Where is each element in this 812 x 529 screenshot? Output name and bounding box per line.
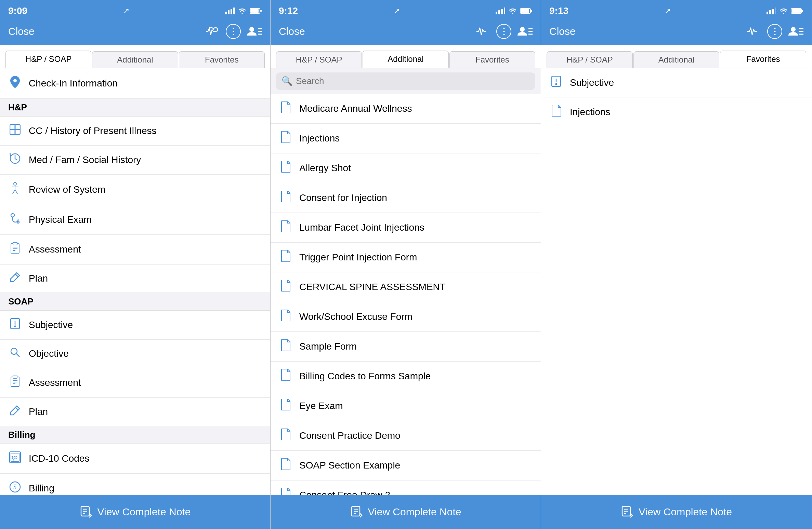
view-complete-note-label-3: View Complete Note [639, 506, 732, 518]
list-item-plan-hp[interactable]: Plan [0, 264, 270, 293]
more-options-button-2[interactable]: ⋮ [496, 24, 511, 39]
assessment-hp-label: Assessment [29, 244, 81, 255]
plan-hp-label: Plan [29, 273, 48, 284]
doc-icon-consent-demo [279, 429, 292, 443]
list-item-med-fam[interactable]: Med / Fam / Social History [0, 146, 270, 175]
list-item-lumbar[interactable]: Lumbar Facet Joint Injections [271, 213, 541, 243]
list-item-assessment-hp[interactable]: Assessment [0, 235, 270, 264]
clock-icon [8, 153, 22, 167]
content-area-3: Subjective Injections [541, 68, 812, 495]
search-input-2[interactable] [296, 76, 530, 86]
close-button-1[interactable]: Close [8, 26, 35, 37]
allergy-shot-label: Allergy Shot [299, 163, 351, 174]
tab-hpsoap-3[interactable]: H&P / SOAP [547, 51, 633, 68]
svg-line-20 [15, 190, 17, 194]
list-item-consent-injection[interactable]: Consent for Injection [271, 183, 541, 213]
list-item-injections-2[interactable]: Injections [271, 124, 541, 153]
close-button-2[interactable]: Close [279, 26, 305, 37]
list-item-objective[interactable]: Objective [0, 340, 270, 368]
view-complete-note-label-2: View Complete Note [368, 506, 461, 518]
view-complete-note-2[interactable]: View Complete Note [271, 495, 541, 529]
tab-bar-3: H&P / SOAP Additional Favorites [541, 45, 812, 68]
list-item-trigger[interactable]: Trigger Point Injection Form [271, 243, 541, 272]
svg-rect-5 [250, 9, 259, 13]
list-item-physical-exam[interactable]: Physical Exam [0, 205, 270, 235]
patients-icon-3[interactable] [788, 26, 803, 37]
list-item-soap-section[interactable]: SOAP Section Example [271, 451, 541, 480]
cc-history-label: CC / History of Present Illness [29, 125, 156, 136]
svg-text:$: $ [13, 484, 16, 490]
header-bar-3: Close ⋮ [541, 21, 812, 45]
list-item-checkin[interactable]: Check-In Information [0, 68, 270, 99]
list-item-subjective-3[interactable]: Subjective [541, 68, 812, 97]
exclamation-icon-3 [549, 76, 563, 90]
status-icons-3 [767, 8, 803, 14]
list-item-consent-free[interactable]: Consent Free Draw 2 [271, 480, 541, 495]
sample-form-label: Sample Form [299, 341, 357, 352]
soap-section-label: SOAP Section Example [299, 460, 400, 471]
heartbeat-icon[interactable] [206, 26, 220, 37]
list-item-icd10[interactable]: ICD 10 ICD-10 Codes [0, 444, 270, 474]
svg-rect-66 [769, 10, 771, 14]
doc-icon-lumbar [279, 220, 292, 235]
consent-free-label: Consent Free Draw 2 [299, 490, 390, 495]
svg-line-39 [15, 407, 18, 410]
tab-hpsoap-2[interactable]: H&P / SOAP [276, 51, 362, 68]
patients-icon-2[interactable] [518, 26, 533, 37]
list-item-subjective[interactable]: Subjective [0, 311, 270, 340]
close-button-3[interactable]: Close [549, 26, 576, 37]
tab-additional-1[interactable]: Additional [92, 51, 178, 68]
svg-rect-6 [260, 10, 262, 12]
tab-favorites-2[interactable]: Favorites [449, 51, 535, 68]
objective-label: Objective [29, 348, 69, 359]
checkin-label: Check-In Information [29, 78, 118, 89]
signal-icon-3 [767, 8, 776, 14]
list-item-cc-history[interactable]: CC / History of Present Illness [0, 117, 270, 146]
view-complete-note-1[interactable]: View Complete Note [0, 495, 270, 529]
list-item-plan-soap[interactable]: Plan [0, 398, 270, 426]
panel-1: 9:09 ↗ Close [0, 0, 271, 529]
svg-point-72 [791, 27, 796, 32]
svg-point-22 [17, 221, 19, 223]
view-complete-note-label-1: View Complete Note [97, 506, 191, 518]
dollar-icon: $ [8, 481, 22, 495]
tab-additional-3[interactable]: Additional [633, 51, 720, 68]
section-billing: Billing [0, 426, 270, 444]
plan-soap-label: Plan [29, 406, 48, 417]
content-area-1: Check-In Information H&P CC / History of… [0, 68, 270, 495]
patients-icon[interactable] [247, 26, 262, 37]
tab-additional-2[interactable]: Additional [363, 51, 448, 68]
svg-rect-3 [233, 8, 235, 14]
lumbar-label: Lumbar Facet Joint Injections [299, 222, 424, 233]
list-item-billing[interactable]: $ Billing [0, 474, 270, 495]
work-excuse-label: Work/School Excuse Form [299, 311, 412, 322]
svg-point-57 [520, 27, 525, 32]
list-item-assessment-soap[interactable]: Assessment [0, 368, 270, 398]
more-options-button-3[interactable]: ⋮ [767, 24, 782, 39]
tab-favorites-1[interactable]: Favorites [179, 51, 265, 68]
list-item-cervical[interactable]: CERVICAL SPINE ASSESSMENT [271, 272, 541, 302]
battery-icon [250, 8, 262, 14]
med-fam-label: Med / Fam / Social History [29, 154, 141, 165]
list-item-billing-codes[interactable]: Billing Codes to Forms Sample [271, 362, 541, 391]
search-bar-2[interactable]: 🔍 [276, 72, 535, 90]
list-item-eye-exam[interactable]: Eye Exam [271, 391, 541, 421]
heartbeat-icon-3[interactable] [747, 26, 761, 37]
list-item-review-system[interactable]: Review of System [0, 175, 270, 205]
more-options-button-1[interactable]: ⋮ [226, 24, 241, 39]
list-item-allergy-shot[interactable]: Allergy Shot [271, 153, 541, 183]
heartbeat-icon-2[interactable] [476, 26, 490, 37]
list-item-injections-3[interactable]: Injections [541, 97, 812, 127]
wifi-icon [237, 8, 247, 14]
svg-point-31 [15, 326, 16, 327]
list-item-sample-form[interactable]: Sample Form [271, 332, 541, 362]
list-item-work-excuse[interactable]: Work/School Excuse Form [271, 302, 541, 332]
tab-favorites-3[interactable]: Favorites [720, 51, 806, 68]
list-item-medicare[interactable]: Medicare Annual Wellness [271, 94, 541, 124]
list-item-consent-demo[interactable]: Consent Practice Demo [271, 421, 541, 451]
view-complete-note-3[interactable]: View Complete Note [541, 495, 812, 529]
doc-icon-injections-3 [549, 105, 563, 119]
tab-hpsoap-1[interactable]: H&P / SOAP [5, 51, 91, 68]
injections-3-label: Injections [570, 107, 610, 118]
header-bar-2: Close ⋮ [271, 21, 541, 45]
